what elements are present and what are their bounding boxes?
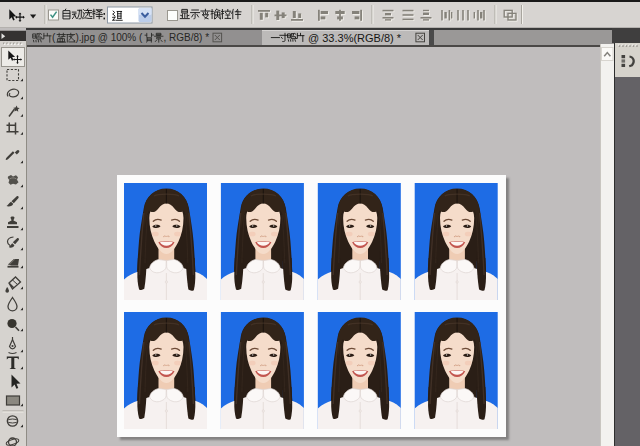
svg-text:).jpg @ 100% (: ).jpg @ 100% ( [76, 32, 144, 43]
svg-text:(: ( [52, 32, 56, 43]
svg-text:@ 33.3%(RGB/8) *: @ 33.3%(RGB/8) * [308, 32, 402, 44]
svg-text:, RGB/8) *: , RGB/8) * [164, 32, 210, 43]
